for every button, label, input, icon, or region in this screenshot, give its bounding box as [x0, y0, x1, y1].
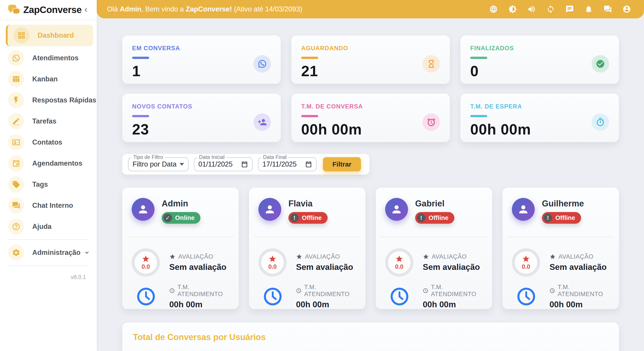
user-card-header: Gabriel ! Offline	[385, 198, 483, 224]
gear-icon	[8, 244, 24, 261]
service-time-row: T.M. ATENDIMENTO 00h 00m	[385, 284, 483, 309]
greeting-brand: ZapConverse!	[186, 5, 232, 13]
status-alert-icon: !	[544, 214, 552, 222]
timer-icon	[592, 113, 609, 131]
sidebar-item-contatos[interactable]: Contatos	[0, 132, 97, 153]
avatar	[258, 198, 281, 221]
status-badge: ! Offline	[288, 212, 328, 224]
notifications-icon[interactable]	[584, 5, 593, 14]
divider	[127, 237, 234, 237]
contact-icon	[8, 134, 24, 150]
rating-text: Sem avaliação	[296, 262, 353, 272]
stat-card-tm-espera: T.M. DE ESPERA 00h 00m	[460, 94, 619, 142]
clock-icon	[263, 287, 282, 306]
sidebar-menu: Dashboard Atendimentos Kanban Respostas …	[0, 20, 97, 351]
section-title: Total de Conversas por Usuários	[133, 332, 608, 342]
sidebar-item-respostas-rapidas[interactable]: Respostas Rápidas	[0, 90, 97, 111]
status-badge: ✓ Online	[162, 212, 200, 224]
rating-text: Sem avaliação	[169, 262, 226, 272]
sync-icon[interactable]	[546, 5, 555, 14]
whatsapp-icon	[8, 50, 24, 66]
dashboard-icon	[14, 27, 30, 44]
service-time-row: T.M. ATENDIMENTO 00h 00m	[258, 284, 356, 309]
version-label: v8.0.1	[0, 268, 97, 280]
status-badge: ! Offline	[415, 212, 454, 224]
user-info: Gabriel ! Offline	[415, 198, 454, 224]
help-icon	[8, 219, 24, 235]
star-icon	[522, 255, 530, 263]
forum-icon[interactable]	[604, 5, 612, 14]
sidebar: ZapConverse Dashboard Atendimentos Kanba…	[0, 0, 97, 351]
stat-underline	[301, 115, 318, 117]
sidebar-item-agendamentos[interactable]: Agendamentos	[0, 153, 97, 174]
kanban-icon	[8, 71, 24, 87]
divider	[381, 237, 487, 237]
sidebar-item-label: Ajuda	[32, 223, 52, 231]
start-date-input[interactable]: Data Inicial 01/11/2025	[194, 157, 252, 171]
stat-value: 0	[470, 63, 609, 80]
divider	[8, 239, 89, 240]
filter-type-select[interactable]: Tipo de Filtro Filtro por Data	[128, 157, 188, 171]
service-time-label: T.M. ATENDIMENTO	[304, 284, 356, 298]
status-alert-icon: !	[417, 214, 426, 222]
edit-icon	[8, 113, 24, 129]
greeting-user: Admin	[120, 5, 141, 13]
greeting-mid: , Bem vindo a	[141, 5, 186, 13]
user-info: Flavia ! Offline	[288, 198, 328, 224]
avatar	[512, 198, 535, 221]
rating-value: 0.0	[142, 263, 150, 270]
conversations-section: Total de Conversas por Usuários	[122, 322, 619, 351]
sidebar-item-ajuda[interactable]: Ajuda	[0, 216, 97, 237]
user-card-flavia: Flavia ! Offline 0.0 AV	[249, 188, 366, 309]
logo-row: ZapConverse	[0, 0, 97, 20]
sidebar-item-tarefas[interactable]: Tarefas	[0, 111, 97, 132]
divider	[254, 237, 360, 237]
sidebar-item-kanban[interactable]: Kanban	[0, 69, 97, 90]
greeting-text: Olá Admin, Bem vindo a ZapConverse! (Ati…	[107, 5, 302, 13]
whatsapp-icon	[254, 55, 271, 73]
rating-text: Sem avaliação	[423, 262, 480, 272]
rating-value: 0.0	[522, 263, 530, 270]
stat-label: AGUARDANDO	[301, 45, 440, 52]
service-time-row: T.M. ATENDIMENTO 00h 00m	[132, 284, 229, 309]
topbar: Olá Admin, Bem vindo a ZapConverse! (Ati…	[97, 0, 644, 18]
collapse-sidebar-icon[interactable]	[82, 6, 90, 14]
stat-value: 1	[132, 63, 271, 80]
end-date-label: Data Final	[261, 154, 288, 160]
user-card-guilherme: Guilherme ! Offline 0.0	[502, 188, 619, 309]
chat-icon[interactable]	[566, 5, 574, 14]
stat-value: 21	[301, 63, 440, 80]
sidebar-item-chat-interno[interactable]: Chat Interno	[0, 195, 97, 216]
user-name: Admin	[162, 199, 200, 208]
sidebar-item-administracao[interactable]: Administração	[0, 242, 97, 263]
brightness-icon[interactable]	[508, 5, 517, 14]
user-info: Guilherme ! Offline	[542, 198, 584, 224]
start-date-value: 01/11/2025	[198, 160, 233, 168]
star-icon	[169, 253, 176, 260]
globe-icon[interactable]	[489, 5, 498, 14]
sidebar-item-tags[interactable]: Tags	[0, 174, 97, 195]
clock-icon	[169, 287, 175, 294]
sidebar-item-label: Chat Interno	[32, 201, 73, 210]
volume-icon[interactable]	[527, 5, 536, 14]
sidebar-item-atendimentos[interactable]: Atendimentos	[0, 48, 97, 69]
user-info: Admin ✓ Online	[162, 198, 200, 224]
service-time-label: T.M. ATENDIMENTO	[558, 284, 610, 298]
status-text: Offline	[555, 214, 575, 221]
sidebar-item-label: Contatos	[32, 138, 62, 146]
status-text: Online	[175, 214, 194, 221]
stats-grid: EM CONVERSA 1 AGUARDANDO 21 FINALIZADOS …	[122, 36, 619, 142]
brand-logo-icon	[7, 4, 20, 16]
filter-bar: Tipo de Filtro Filtro por Data Data Inic…	[122, 154, 370, 175]
greeting-post: (Ativo até 14/03/2093)	[232, 5, 302, 13]
star-icon	[423, 253, 429, 260]
sidebar-item-dashboard[interactable]: Dashboard	[6, 25, 93, 46]
filter-type-value: Filtro por Data	[132, 160, 176, 168]
user-name: Guilherme	[542, 199, 584, 208]
sidebar-item-label: Tarefas	[32, 117, 56, 125]
user-card-gabriel: Gabriel ! Offline 0.0 A	[376, 188, 492, 309]
account-icon[interactable]	[622, 5, 631, 14]
service-time-value: 00h 00m	[423, 300, 483, 309]
filter-button[interactable]: Filtrar	[323, 157, 361, 171]
end-date-input[interactable]: Data Final 17/11/2025	[258, 157, 317, 171]
